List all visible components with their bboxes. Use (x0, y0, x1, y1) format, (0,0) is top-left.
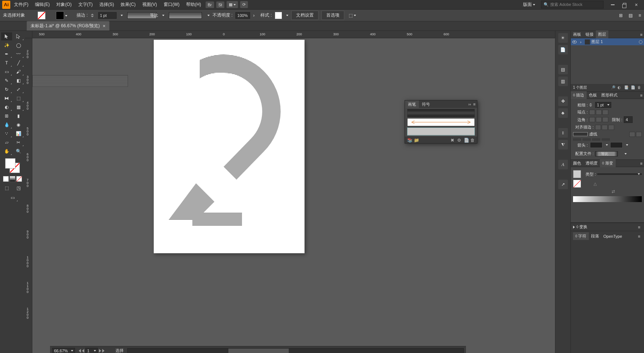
transform-panel-header[interactable]: ◊ 变换 ≡ (571, 223, 644, 231)
zoom-tool[interactable]: 🔍 (13, 147, 24, 155)
bridge-button[interactable]: Br (206, 1, 214, 8)
gradient-stroke-swatch[interactable] (573, 180, 581, 188)
style-chevron-icon[interactable] (286, 15, 288, 16)
dash-preserve-button[interactable] (629, 132, 635, 137)
brush-delete-icon[interactable]: 🗑 (470, 138, 475, 142)
draw-behind-button[interactable]: ◳ (13, 184, 24, 192)
corner-bevel-button[interactable] (602, 117, 608, 122)
slice-tool[interactable]: ✂ (13, 138, 24, 147)
dash-checkbox[interactable] (573, 132, 588, 136)
make-mask-icon[interactable]: ◐ (618, 85, 622, 90)
none-mode-button[interactable] (16, 176, 22, 182)
character-panel-header[interactable]: ◊ 字符 段落 OpenType ≡ (571, 231, 644, 241)
export-icon[interactable]: ↗ (558, 180, 568, 189)
arrange-button[interactable]: ▦ (227, 1, 238, 8)
shaper-tool[interactable]: ✎ (1, 77, 12, 85)
character-panel-menu-icon[interactable]: ≡ (637, 234, 642, 239)
brush-chevron-icon[interactable] (162, 15, 164, 16)
opacity-slider-icon[interactable]: › (253, 13, 255, 18)
sun-icon[interactable]: ☀ (558, 33, 568, 43)
locate-object-icon[interactable]: 🔎 (611, 85, 615, 90)
screen-mode-button[interactable]: ▭ (7, 194, 18, 202)
align-inside-button[interactable] (602, 125, 608, 130)
menu-view[interactable]: 视图(V) (139, 0, 160, 9)
mesh-tool[interactable]: ⊞ (1, 112, 12, 120)
transparency-panel-tab[interactable]: 透明度 (583, 159, 600, 167)
transform-panel-menu-icon[interactable]: ≡ (637, 225, 642, 229)
curvature-tool[interactable]: 〰 (13, 50, 24, 58)
weight-input[interactable]: 1 pt (595, 102, 611, 108)
layer-target-icon[interactable] (639, 40, 643, 44)
gradient-panel-menu-icon[interactable]: ≡ (639, 161, 644, 166)
stroke-weight-input[interactable]: 1 pt (98, 12, 117, 19)
artboard-number-input[interactable]: 1 (85, 348, 98, 353)
canvas-brush-stroke[interactable] (32, 75, 128, 87)
menu-window[interactable]: 窗口(W) (161, 0, 182, 9)
swatches-icon[interactable]: ♣ (558, 108, 568, 118)
draw-normal-button[interactable]: ⬚ (1, 184, 12, 192)
hand-tool[interactable]: ✋ (1, 147, 12, 155)
perspective-grid-tool[interactable]: ▦ (13, 103, 24, 111)
panel-menu-icon[interactable]: ≡ (472, 102, 477, 106)
control-panel-icon-2[interactable]: ▤ (629, 13, 633, 18)
scrollbar-thumb[interactable] (228, 349, 289, 353)
canvas-area[interactable]: 5004003002001000100200300400500600 20030… (25, 31, 555, 353)
stock-button[interactable]: St (216, 1, 224, 8)
menu-effect[interactable]: 效果(C) (118, 0, 139, 9)
eraser-tool[interactable]: ◧ (13, 77, 24, 85)
profile-dd-chevron[interactable] (625, 153, 627, 155)
swatches-panel-tab[interactable]: 色板 (587, 91, 599, 99)
ruler-origin[interactable] (25, 31, 32, 38)
cap-square-button[interactable] (602, 110, 608, 115)
layers-panel-menu-icon[interactable]: ≡ (639, 32, 644, 37)
document-tab[interactable]: 未标题-1.ai* @ 66.67% (RGB/预览) × (26, 21, 110, 31)
rectangle-tool[interactable]: ▭ (1, 68, 12, 76)
sync-button[interactable]: ⟳ (240, 1, 248, 8)
layer-name[interactable]: 图层 1 (591, 39, 603, 45)
graphic-style-swatch[interactable] (275, 12, 282, 19)
artboard-tool[interactable]: ▱ (1, 138, 12, 147)
menu-edit[interactable]: 编辑(E) (32, 0, 53, 9)
horizontal-ruler[interactable]: 5004003002001000100200300400500600 (32, 31, 555, 38)
nav-prev-icon[interactable] (82, 349, 84, 353)
doc-setup-button[interactable]: 文档设置 (291, 11, 319, 20)
stroke-swatch[interactable] (56, 11, 64, 20)
corner-round-button[interactable] (596, 117, 602, 122)
gradient-type-dropdown[interactable] (597, 173, 642, 175)
control-panel-icon-1[interactable]: ⊞ (619, 13, 623, 18)
shape-builder-tool[interactable]: ◐ (1, 103, 12, 111)
width-tool[interactable]: ⧓ (1, 94, 12, 102)
arrow-start-dropdown[interactable] (590, 142, 602, 148)
artboard[interactable] (154, 40, 305, 253)
character-tab[interactable]: ◊ 字符 (573, 232, 589, 240)
stroke-panel-tab[interactable]: ◊ 描边 (571, 91, 587, 99)
tab-close-button[interactable]: × (103, 23, 106, 29)
lasso-tool[interactable]: ◯ (13, 41, 24, 49)
gradient-slider[interactable] (573, 196, 642, 202)
direct-selection-tool[interactable] (13, 32, 24, 40)
paintbrush-tool[interactable]: 🖌 (13, 68, 24, 76)
links-tab[interactable]: 链接 (583, 31, 596, 38)
cap-round-button[interactable] (596, 110, 602, 115)
menu-select[interactable]: 选择(S) (96, 0, 117, 9)
color-mode-button[interactable] (3, 176, 9, 182)
menu-type[interactable]: 文字(T) (75, 0, 96, 9)
color-panel-tab[interactable]: 颜色 (571, 159, 583, 167)
type-tool[interactable]: T (1, 59, 12, 67)
align-center-button[interactable] (595, 125, 601, 130)
gradient-tool[interactable]: ▮ (13, 112, 24, 120)
selection-tool[interactable] (1, 32, 12, 40)
brush-folder-icon[interactable]: 📁 (414, 138, 418, 142)
menu-object[interactable]: 对象(O) (53, 0, 74, 9)
brushes-tab[interactable]: 画笔 (405, 100, 419, 108)
brush-item-arrow[interactable] (407, 118, 475, 126)
gradient-reverse-icon[interactable]: ⇄ (600, 189, 615, 194)
column-graph-tool[interactable]: 📊 (13, 130, 24, 138)
menu-help[interactable]: 帮助(H) (183, 0, 204, 9)
symbols-tab[interactable]: 符号 (419, 100, 433, 108)
gradient-panel-tab[interactable]: ◊ 渐变 (600, 159, 616, 167)
window-minimize[interactable] (608, 2, 617, 8)
rotate-tool[interactable]: ↻ (1, 85, 12, 93)
columns-icon[interactable]: ▥ (558, 77, 568, 86)
visibility-icon[interactable] (572, 40, 577, 43)
